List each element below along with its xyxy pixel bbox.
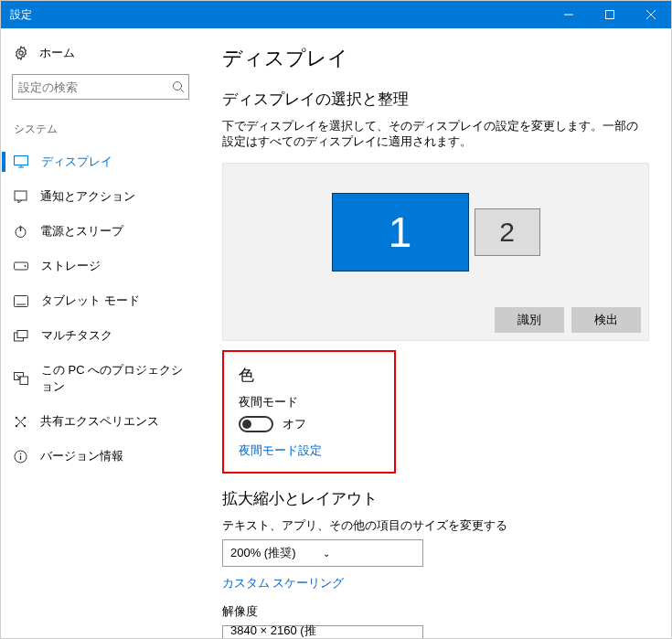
- chevron-down-icon: ⌄: [323, 548, 415, 559]
- resolution-value: 3840 × 2160 (推奨): [230, 623, 323, 638]
- shared-icon: [14, 415, 27, 429]
- sidebar-item-label: 共有エクスペリエンス: [40, 413, 159, 430]
- display-arrange-area: 1 2 識別 検出: [222, 163, 649, 341]
- svg-rect-7: [15, 156, 28, 165]
- sidebar-item-label: 電源とスリープ: [40, 223, 123, 240]
- night-mode-settings-link[interactable]: 夜間モード設定: [239, 443, 379, 459]
- sidebar-item-label: バージョン情報: [40, 448, 123, 464]
- sidebar-item-label: 通知とアクション: [40, 188, 135, 205]
- storage-icon: [14, 261, 28, 272]
- sidebar-item-tablet[interactable]: タブレット モード: [1, 283, 200, 318]
- sidebar-item-label: この PC へのプロジェクション: [41, 362, 187, 395]
- chevron-down-icon: ⌄: [323, 634, 415, 639]
- sidebar-item-shared[interactable]: 共有エクスペリエンス: [1, 404, 200, 439]
- svg-rect-10: [15, 191, 27, 200]
- notification-icon: [14, 190, 27, 204]
- night-mode-label: 夜間モード: [239, 395, 379, 410]
- color-heading: 色: [239, 365, 379, 386]
- page-title: ディスプレイ: [222, 45, 649, 72]
- search-icon: [172, 80, 185, 93]
- arrange-desc: 下でディスプレイを選択して、そのディスプレイの設定を変更します。一部の設定はすべ…: [222, 119, 649, 150]
- sidebar-item-label: タブレット モード: [41, 293, 140, 309]
- sidebar-item-multitask[interactable]: マルチタスク: [1, 318, 200, 353]
- svg-rect-20: [20, 377, 28, 385]
- maximize-button[interactable]: [589, 1, 630, 28]
- color-section-highlight: 色 夜間モード オフ 夜間モード設定: [222, 350, 396, 474]
- home-label: ホーム: [39, 45, 75, 61]
- scale-heading: 拡大縮小とレイアウト: [222, 488, 649, 509]
- sidebar-item-about[interactable]: バージョン情報: [1, 439, 200, 474]
- sidebar-item-label: ディスプレイ: [41, 154, 112, 170]
- sidebar-item-power[interactable]: 電源とスリープ: [1, 214, 200, 249]
- multitask-icon: [14, 330, 28, 342]
- svg-point-26: [24, 424, 27, 427]
- home-button[interactable]: ホーム: [1, 39, 200, 67]
- content: ディスプレイ ディスプレイの選択と整理 下でディスプレイを選択して、そのディスプ…: [200, 28, 671, 638]
- info-icon: [14, 450, 27, 463]
- sidebar: ホーム システム ディスプレイ 通知とアクション 電源とスリープ ストレージ: [1, 28, 200, 638]
- sidebar-item-display[interactable]: ディスプレイ: [1, 144, 200, 179]
- sidebar-item-projection[interactable]: この PC へのプロジェクション: [1, 353, 200, 404]
- monitor-1[interactable]: 1: [332, 193, 469, 272]
- svg-point-23: [16, 416, 18, 419]
- size-label: テキスト、アプリ、その他の項目のサイズを変更する: [222, 518, 649, 534]
- group-system: システム: [1, 111, 200, 144]
- titlebar: 設定: [1, 1, 671, 28]
- svg-rect-1: [605, 11, 613, 19]
- display-icon: [14, 155, 28, 168]
- power-icon: [14, 225, 27, 239]
- svg-point-24: [24, 416, 27, 419]
- svg-point-5: [174, 82, 182, 91]
- svg-rect-15: [15, 295, 28, 306]
- resolution-label: 解像度: [222, 604, 649, 620]
- search-box[interactable]: [12, 74, 189, 100]
- minimize-button[interactable]: [548, 1, 589, 28]
- resolution-select[interactable]: 3840 × 2160 (推奨) ⌄: [222, 625, 423, 638]
- toggle-state: オフ: [283, 416, 306, 432]
- arrange-heading: ディスプレイの選択と整理: [222, 89, 649, 110]
- night-mode-toggle[interactable]: [239, 416, 273, 432]
- scale-select[interactable]: 200% (推奨) ⌄: [222, 539, 423, 567]
- close-button[interactable]: [630, 1, 671, 28]
- svg-point-28: [20, 453, 22, 454]
- monitor-2[interactable]: 2: [475, 208, 540, 256]
- svg-point-25: [16, 424, 18, 427]
- sidebar-item-notifications[interactable]: 通知とアクション: [1, 179, 200, 214]
- tablet-icon: [14, 295, 28, 307]
- search-input[interactable]: [18, 80, 172, 94]
- custom-scaling-link[interactable]: カスタム スケーリング: [222, 576, 649, 591]
- identify-button[interactable]: 識別: [495, 307, 564, 333]
- svg-point-4: [19, 51, 23, 55]
- svg-line-6: [181, 90, 185, 93]
- scale-value: 200% (推奨): [230, 545, 323, 561]
- svg-rect-18: [17, 330, 27, 337]
- svg-point-14: [25, 265, 27, 267]
- window-title: 設定: [10, 7, 548, 23]
- gear-icon: [14, 46, 28, 60]
- sidebar-item-storage[interactable]: ストレージ: [1, 249, 200, 283]
- sidebar-item-label: マルチタスク: [41, 327, 112, 344]
- projection-icon: [14, 372, 28, 385]
- detect-button[interactable]: 検出: [571, 307, 641, 333]
- sidebar-item-label: ストレージ: [41, 258, 101, 274]
